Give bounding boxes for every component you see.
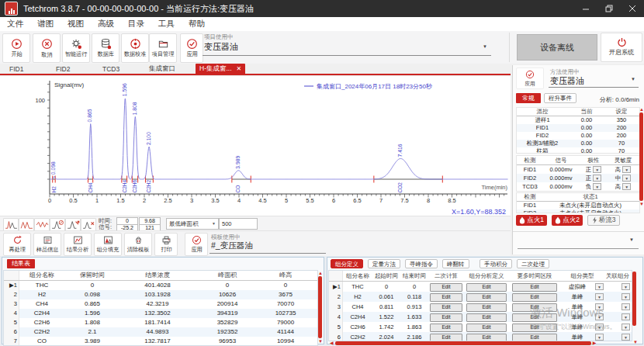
- power-on-button[interactable]: 开启系统: [601, 33, 642, 62]
- database-button[interactable]: 数据库: [92, 33, 119, 63]
- peak-tool-5-icon[interactable]: [65, 218, 81, 231]
- edit-button[interactable]: Edit: [512, 324, 557, 332]
- edit-button[interactable]: Edit: [512, 283, 557, 292]
- definition-tab-2[interactable]: 寻峰指令: [405, 259, 438, 268]
- tab-TCD3[interactable]: TCD3: [102, 65, 149, 73]
- dropdown-button[interactable]: ▼: [621, 313, 630, 320]
- dropdown-button[interactable]: ▼: [593, 175, 601, 182]
- dropdown-button[interactable]: ▼: [595, 334, 604, 341]
- edit-button[interactable]: Edit: [512, 303, 557, 312]
- tab-active[interactable]: H-集成窗...✕: [196, 64, 245, 74]
- peak-tool-1-icon[interactable]: [3, 218, 19, 231]
- dropdown-button[interactable]: ▼: [593, 183, 601, 190]
- definition-tab-1[interactable]: 定量方法: [368, 259, 400, 268]
- edit-button[interactable]: Edit: [466, 324, 506, 332]
- tab-close-icon[interactable]: ✕: [237, 64, 242, 74]
- table-row[interactable]: 5C2H61.808181.741435282979000: [4, 318, 317, 327]
- bridge-current-button[interactable]: 桥流3: [587, 215, 620, 226]
- scroll-left-icon[interactable]: ◀: [330, 341, 334, 345]
- chromatogram-panel[interactable]: 100Signal(mv)00.511.522.533.544.555.566.…: [0, 75, 511, 216]
- peak-tool-2-icon[interactable]: [19, 218, 34, 231]
- sidebar-scrollbar[interactable]: ▲ ▼: [639, 107, 644, 206]
- dropdown-button[interactable]: ▼: [621, 293, 630, 300]
- ignite1-button[interactable]: 点火1: [516, 215, 547, 226]
- menu-item-2[interactable]: 视图: [61, 19, 91, 29]
- ignite2-button[interactable]: 点火2: [552, 215, 583, 226]
- minimize-button[interactable]: [574, 0, 597, 17]
- min-peak-area-value[interactable]: 500: [219, 218, 258, 230]
- menu-item-0[interactable]: 文件: [0, 19, 30, 29]
- extra-dropdown-icon[interactable]: ▼: [629, 237, 634, 242]
- edit-button[interactable]: Edit: [430, 303, 462, 312]
- scroll-down-icon[interactable]: ▼: [633, 340, 638, 344]
- project-value[interactable]: 变压器油: [204, 41, 238, 53]
- smart-run-button[interactable]: 智能运行: [62, 33, 90, 63]
- peak-tool-4-icon[interactable]: [50, 218, 65, 231]
- tab-general[interactable]: 常规: [516, 93, 541, 103]
- definition-tab-0[interactable]: 组分定义: [331, 259, 363, 268]
- dropdown-button[interactable]: ▼: [621, 324, 630, 330]
- device-status-button[interactable]: 设备离线: [517, 34, 597, 61]
- template-value[interactable]: #_变压器油: [211, 240, 253, 251]
- clear-template-button[interactable]: 清除模板: [124, 233, 152, 256]
- table-row[interactable]: 4C2H41.596132.3502394319102735: [4, 309, 317, 318]
- tab-results[interactable]: 结果表: [7, 259, 35, 268]
- dropdown-button[interactable]: ▼: [621, 283, 630, 290]
- dropdown-button[interactable]: ▼: [622, 183, 631, 190]
- scroll-right-icon[interactable]: ▶: [593, 341, 597, 345]
- close-button[interactable]: [621, 0, 644, 17]
- edit-button[interactable]: Edit: [512, 313, 557, 322]
- scroll-down-icon[interactable]: ▼: [318, 339, 323, 344]
- table-row[interactable]: 3CH40.86542.321920091470070: [4, 299, 317, 309]
- table-row[interactable]: 4C2H41.5221.633EditEditEdit单峰▼▼: [329, 312, 632, 322]
- scroll-up-icon[interactable]: ▲: [318, 271, 323, 275]
- definition-tab-4[interactable]: 手动积分: [480, 259, 512, 268]
- edit-button[interactable]: Edit: [466, 283, 506, 292]
- table-row[interactable]: 7CO3.989132.78179695310994: [4, 337, 317, 346]
- table-row[interactable]: 3CH40.8110.913EditEditEdit单峰▼▼: [329, 302, 632, 312]
- edit-button[interactable]: Edit: [430, 293, 462, 302]
- definition-tab-3[interactable]: 峰翻转: [442, 259, 469, 268]
- dropdown-button[interactable]: ▼: [622, 166, 631, 173]
- project-mgmt-button[interactable]: 项目管理: [149, 33, 177, 63]
- dropdown-button[interactable]: ▼: [595, 303, 604, 310]
- dropdown-button[interactable]: ▼: [595, 293, 604, 300]
- results-scrollbar[interactable]: ▲ ▼: [318, 271, 323, 344]
- tab-集成窗口[interactable]: 集成窗口: [149, 64, 196, 74]
- scroll-up-icon[interactable]: ▲: [639, 107, 644, 112]
- dropdown-button[interactable]: ▼: [621, 303, 630, 310]
- tab-temp-program[interactable]: 程升事件: [544, 93, 576, 103]
- dropdown-button[interactable]: ▼: [595, 283, 604, 290]
- tab-FID2[interactable]: FID2: [56, 65, 102, 73]
- result-analysis-button[interactable]: 结果分析: [64, 233, 92, 256]
- reprocess-button[interactable]: 再处理: [3, 233, 31, 256]
- apply-template-button[interactable]: 应用: [185, 233, 208, 256]
- definition-hscrollbar[interactable]: ◀ ▶: [330, 341, 628, 345]
- dropdown-button[interactable]: ▼: [593, 166, 601, 173]
- edit-button[interactable]: Edit: [430, 313, 462, 322]
- dropdown-button[interactable]: ▼: [595, 324, 604, 330]
- restore-button[interactable]: [597, 0, 621, 17]
- cancel-button[interactable]: 取消: [33, 33, 61, 63]
- dropdown-button[interactable]: ▼: [622, 175, 631, 182]
- calibration-button[interactable]: 数据校准: [121, 33, 149, 63]
- method-dropdown-icon[interactable]: ▼: [631, 77, 635, 81]
- chromatogram-svg[interactable]: 100Signal(mv)00.511.522.533.544.555.566.…: [0, 76, 511, 216]
- definition-vscrollbar[interactable]: [632, 271, 636, 337]
- component-fill-button[interactable]: 组分填充: [94, 233, 122, 256]
- menu-item-1[interactable]: 谱图: [30, 19, 61, 29]
- table-row[interactable]: ▶1THC0401.402800: [4, 281, 317, 290]
- definition-tab-5[interactable]: 二次处理: [517, 259, 549, 268]
- dropdown-button[interactable]: ▼: [595, 313, 604, 320]
- project-dropdown-icon[interactable]: ▼: [483, 44, 487, 49]
- edit-button[interactable]: Edit: [430, 324, 462, 332]
- menu-item-5[interactable]: 工具: [151, 19, 182, 29]
- peak-tool-6-icon[interactable]: [81, 218, 96, 231]
- edit-button[interactable]: Edit: [466, 293, 506, 302]
- edit-button[interactable]: Edit: [512, 293, 557, 302]
- dropdown-button[interactable]: ▼: [621, 334, 630, 341]
- menu-item-6[interactable]: 帮助: [182, 19, 212, 29]
- edit-button[interactable]: Edit: [430, 283, 462, 292]
- edit-button[interactable]: Edit: [466, 303, 506, 312]
- tab-FID1[interactable]: FID1: [9, 65, 56, 73]
